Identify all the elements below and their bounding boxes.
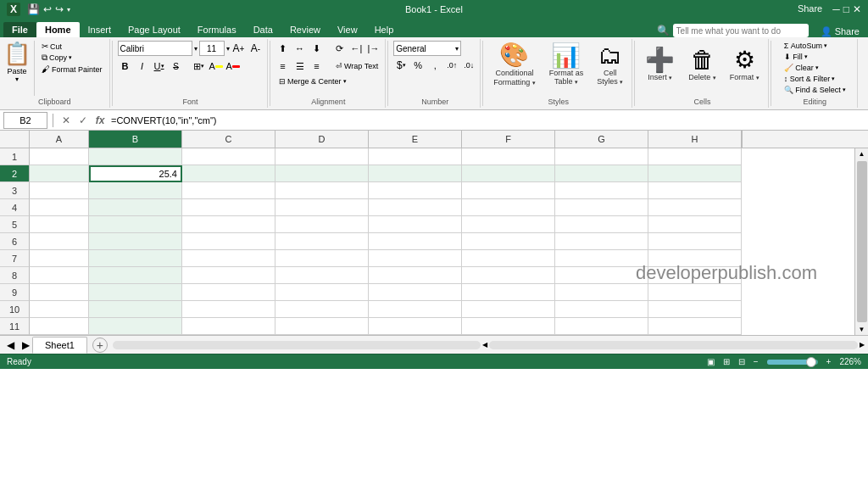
cell-b7[interactable] <box>89 250 182 267</box>
cell-d2[interactable] <box>275 165 369 182</box>
cell-f10[interactable] <box>462 301 555 318</box>
scroll-left-arrow[interactable]: ◀ <box>482 341 487 349</box>
font-size-dropdown[interactable]: ▾ <box>226 45 230 53</box>
scroll-left-sheet[interactable]: ◀ <box>3 338 17 352</box>
cell-a8[interactable] <box>30 267 89 284</box>
formula-input[interactable] <box>111 112 865 129</box>
row-header-5[interactable]: 5 <box>0 216 30 233</box>
cell-a10[interactable] <box>30 301 89 318</box>
formula-confirm-button[interactable]: ✓ <box>75 113 91 128</box>
number-format-select[interactable]: General ▾ <box>393 41 461 56</box>
vertical-scrollbar[interactable]: ▲ ▼ <box>854 148 868 335</box>
underline-button[interactable]: U▾ <box>152 59 167 74</box>
copy-button[interactable]: ⧉Copy▾ <box>38 52 106 64</box>
cell-e7[interactable] <box>369 250 462 267</box>
cell-d10[interactable] <box>275 301 369 318</box>
horizontal-scrollbar-track[interactable] <box>489 341 858 349</box>
cell-e3[interactable] <box>369 182 462 199</box>
cell-d3[interactable] <box>275 182 369 199</box>
cell-d9[interactable] <box>275 284 369 301</box>
increase-decimal-button[interactable]: .0↑ <box>444 58 459 73</box>
cell-reference-box[interactable] <box>3 112 47 129</box>
tab-page-layout[interactable]: Page Layout <box>120 22 189 37</box>
insert-button[interactable]: ➕ Insert ▾ <box>640 41 680 88</box>
cell-c11[interactable] <box>182 318 275 335</box>
font-name-dropdown[interactable]: ▾ <box>194 45 198 53</box>
cell-e11[interactable] <box>369 318 462 335</box>
cell-h1[interactable] <box>648 148 742 165</box>
indent-decrease-button[interactable]: ←| <box>349 41 364 56</box>
cell-h5[interactable] <box>648 216 742 233</box>
view-page-break-button[interactable]: ⊟ <box>738 357 745 366</box>
cell-e8[interactable] <box>369 267 462 284</box>
italic-button[interactable]: I <box>135 59 150 74</box>
zoom-in-button[interactable]: + <box>826 357 832 366</box>
maximize-button[interactable]: □ <box>843 3 849 15</box>
cell-g1[interactable] <box>555 148 648 165</box>
quick-access-undo[interactable]: ↩ <box>43 3 52 15</box>
col-header-b[interactable]: B <box>89 131 182 148</box>
cell-b10[interactable] <box>89 301 182 318</box>
quick-access-redo[interactable]: ↪ <box>55 3 64 15</box>
row-header-10[interactable]: 10 <box>0 301 30 318</box>
cell-g6[interactable] <box>555 233 648 250</box>
cell-d7[interactable] <box>275 250 369 267</box>
cell-e6[interactable] <box>369 233 462 250</box>
row-header-6[interactable]: 6 <box>0 233 30 250</box>
cell-g8[interactable] <box>555 267 648 284</box>
zoom-slider[interactable] <box>767 360 818 365</box>
cell-b9[interactable] <box>89 284 182 301</box>
cell-f11[interactable] <box>462 318 555 335</box>
sheet-tab-sheet1[interactable]: Sheet1 <box>32 337 87 354</box>
cell-g11[interactable] <box>555 318 648 335</box>
col-header-e[interactable]: E <box>369 131 462 148</box>
view-layout-button[interactable]: ⊞ <box>723 357 730 366</box>
percent-button[interactable]: % <box>410 58 426 73</box>
bold-button[interactable]: B <box>118 59 133 74</box>
close-button[interactable]: ✕ <box>853 3 861 15</box>
cell-b6[interactable] <box>89 233 182 250</box>
cell-e1[interactable] <box>369 148 462 165</box>
cell-g4[interactable] <box>555 199 648 216</box>
cell-c8[interactable] <box>182 267 275 284</box>
cell-d11[interactable] <box>275 318 369 335</box>
comma-button[interactable]: , <box>427 58 442 73</box>
cell-a2[interactable] <box>30 165 89 182</box>
cell-d5[interactable] <box>275 216 369 233</box>
col-header-f[interactable]: F <box>462 131 555 148</box>
tab-file[interactable]: File <box>3 22 36 37</box>
cell-a5[interactable] <box>30 216 89 233</box>
scroll-right-sheet[interactable]: ▶ <box>19 338 32 352</box>
cell-a7[interactable] <box>30 250 89 267</box>
increase-font-button[interactable]: A+ <box>231 41 247 56</box>
account-icon[interactable]: 👤 Share <box>815 26 865 37</box>
cell-a11[interactable] <box>30 318 89 335</box>
col-header-h[interactable]: H <box>648 131 742 148</box>
row-header-1[interactable]: 1 <box>0 148 30 165</box>
tab-help[interactable]: Help <box>366 22 403 37</box>
merge-center-button[interactable]: ⊟ Merge & Center ▾ <box>275 76 350 86</box>
cell-g3[interactable] <box>555 182 648 199</box>
decrease-decimal-button[interactable]: .0↓ <box>461 58 476 73</box>
minimize-button[interactable]: ─ <box>832 3 840 15</box>
col-header-g[interactable]: G <box>555 131 648 148</box>
strikethrough-button[interactable]: S <box>169 59 184 74</box>
cell-styles-button[interactable]: 🗂 CellStyles ▾ <box>592 41 628 88</box>
paste-button[interactable]: 📋 Paste ▾ <box>3 41 35 96</box>
cell-h7[interactable] <box>648 250 742 267</box>
text-direction-button[interactable]: ⟳ <box>332 41 348 56</box>
cell-c9[interactable] <box>182 284 275 301</box>
cell-h4[interactable] <box>648 199 742 216</box>
cell-g2[interactable] <box>555 165 648 182</box>
cell-e5[interactable] <box>369 216 462 233</box>
font-size-input[interactable] <box>199 41 225 56</box>
cell-f6[interactable] <box>462 233 555 250</box>
tab-home[interactable]: Home <box>36 22 80 37</box>
col-header-c[interactable]: C <box>182 131 275 148</box>
border-button[interactable]: ⊞▾ <box>192 59 207 74</box>
cell-b2[interactable]: 25.4 <box>89 165 182 182</box>
cell-h8[interactable] <box>648 267 742 284</box>
cell-b11[interactable] <box>89 318 182 335</box>
col-header-a[interactable]: A <box>30 131 89 148</box>
cell-b5[interactable] <box>89 216 182 233</box>
